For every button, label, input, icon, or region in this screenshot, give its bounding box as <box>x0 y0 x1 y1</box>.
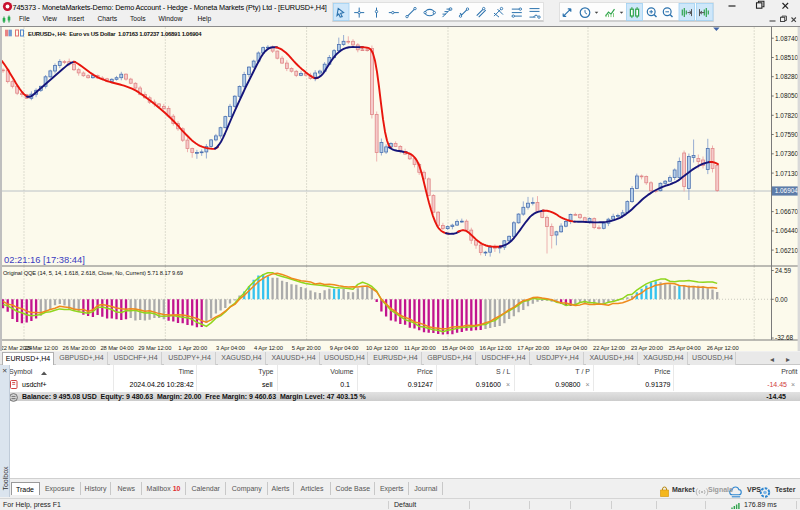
svg-text:25 Apr 04:00: 25 Apr 04:00 <box>669 344 701 350</box>
svg-text:24.59: 24.59 <box>775 266 791 273</box>
svg-text:16 Apr 12:00: 16 Apr 12:00 <box>480 344 512 350</box>
svg-text:15 Apr 04:00: 15 Apr 04:00 <box>442 344 474 350</box>
svg-text:11 Apr 20:00: 11 Apr 20:00 <box>404 344 436 350</box>
svg-text:0.00: 0.00 <box>775 295 788 302</box>
svg-text:1.07820: 1.07820 <box>775 111 799 118</box>
svg-text:EURUSD+, H4: Euro vs US Dolla: EURUSD+, H4: Euro vs US Dollar 1.07163 1… <box>28 30 202 36</box>
svg-text:1 Apr 20:00: 1 Apr 20:00 <box>178 344 207 350</box>
svg-text:1.08280: 1.08280 <box>775 73 799 80</box>
svg-text:22 Apr 12:00: 22 Apr 12:00 <box>593 344 625 350</box>
svg-text:3 Apr 04:00: 3 Apr 04:00 <box>216 344 245 350</box>
svg-text:1.08050: 1.08050 <box>775 92 799 99</box>
svg-text:1.08510: 1.08510 <box>775 53 799 60</box>
svg-text:23 Apr 20:00: 23 Apr 20:00 <box>631 344 663 350</box>
svg-text:26 Apr 12:00: 26 Apr 12:00 <box>707 344 739 350</box>
svg-text:Original QQE (14, 5, 14, 1.618: Original QQE (14, 5, 14, 1.618, 2.618, C… <box>3 269 183 275</box>
svg-text:17 Apr 20:00: 17 Apr 20:00 <box>517 344 549 350</box>
svg-text:4 Apr 12:00: 4 Apr 12:00 <box>254 344 283 350</box>
svg-text:1.06670: 1.06670 <box>775 208 799 215</box>
svg-text:1.06210: 1.06210 <box>775 246 799 253</box>
svg-text:1.07360: 1.07360 <box>775 150 799 157</box>
svg-text:1.06904: 1.06904 <box>775 187 799 194</box>
svg-text:26 Mar 20:00: 26 Mar 20:00 <box>62 344 95 350</box>
svg-text:9 Apr 04:00: 9 Apr 04:00 <box>330 344 359 350</box>
svg-text:19 Apr 04:00: 19 Apr 04:00 <box>555 344 587 350</box>
svg-text:10 Apr 12:00: 10 Apr 12:00 <box>366 344 398 350</box>
svg-text:29 Mar 12:00: 29 Mar 12:00 <box>138 344 171 350</box>
svg-text:1.08740: 1.08740 <box>775 34 799 41</box>
svg-text:28 Mar 04:00: 28 Mar 04:00 <box>100 344 133 350</box>
svg-text:5 Apr 20:00: 5 Apr 20:00 <box>292 344 321 350</box>
svg-text:1.07130: 1.07130 <box>775 169 799 176</box>
svg-text:02:21:16 [17:38:44]: 02:21:16 [17:38:44] <box>4 254 85 265</box>
svg-text:1.06440: 1.06440 <box>775 227 799 234</box>
svg-text:25 Mar 12:00: 25 Mar 12:00 <box>25 344 58 350</box>
svg-text:-32.68: -32.68 <box>775 334 794 341</box>
svg-text:1.07590: 1.07590 <box>775 130 799 137</box>
